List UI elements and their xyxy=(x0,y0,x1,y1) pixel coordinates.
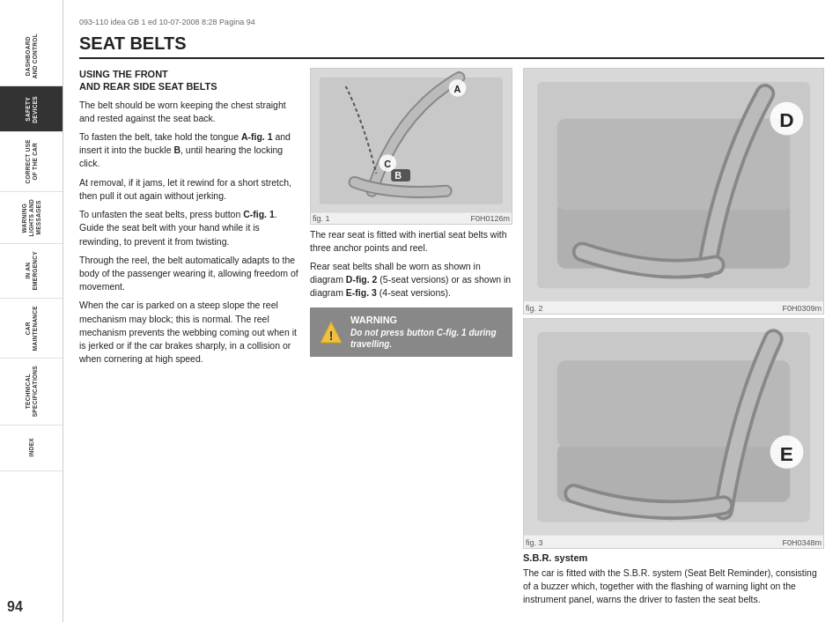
svg-text:D: D xyxy=(779,108,793,131)
sidebar-item-technical[interactable]: TECHNICALSPECIFICATIONS xyxy=(0,359,63,425)
fig3-name: fig. 3 xyxy=(526,538,543,547)
sidebar-label-technical: TECHNICALSPECIFICATIONS xyxy=(25,366,39,417)
sidebar-item-emergency[interactable]: IN ANEMERGENCY xyxy=(0,244,63,299)
warning-text-block: WARNING Do not press button C-fig. 1 dur… xyxy=(350,315,504,350)
sidebar-label-index: INDEX xyxy=(28,438,35,456)
center-paragraph-2: Rear seat belts shall be worn as shown i… xyxy=(310,260,512,300)
figure-3-label: fig. 3 F0H0348m xyxy=(524,537,823,548)
top-bar: 093-110 idea GB 1 ed 10-07-2008 8:28 Pag… xyxy=(79,18,824,26)
paragraph-4: To unfasten the seat belts, press button… xyxy=(79,208,299,248)
sidebar-item-index[interactable]: INDEX xyxy=(0,426,63,471)
center-paragraph-1: The rear seat is fitted with inertial se… xyxy=(310,228,512,255)
sidebar-item-maintenance[interactable]: CARMAINTENANCE xyxy=(0,299,63,359)
paragraph-3: At removal, if it jams, let it rewind fo… xyxy=(79,176,299,203)
figure-1-label: fig. 1 F0H0126m xyxy=(311,213,512,224)
center-column: B A C fig. 1 F0H0126m The rear seat i xyxy=(310,68,512,612)
figure-2-container: D fig. 2 F0H0309m xyxy=(523,68,824,315)
sidebar-item-dashboard[interactable]: DASHBOARDAND CONTROL xyxy=(0,26,63,86)
sidebar-item-correct-use[interactable]: CORRECT USEOF THE CAR xyxy=(0,132,63,192)
sidebar-label-emergency: IN ANEMERGENCY xyxy=(25,251,39,291)
fig2-name: fig. 2 xyxy=(526,304,543,313)
sidebar-label-dashboard: DASHBOARDAND CONTROL xyxy=(25,33,39,78)
figure-1-container: B A C fig. 1 F0H0126m xyxy=(310,68,512,225)
figure-2-label: fig. 2 F0H0309m xyxy=(524,303,823,314)
fig3-code: F0H0348m xyxy=(782,538,822,547)
svg-text:A: A xyxy=(454,84,461,94)
figure-3-svg: E xyxy=(524,319,823,536)
fig1-code: F0H0126m xyxy=(470,214,510,223)
svg-text:C: C xyxy=(384,159,391,169)
page-title: SEAT BELTS xyxy=(79,33,824,59)
fig1-name: fig. 1 xyxy=(313,214,330,223)
content-layout: USING THE FRONTAND REAR SIDE SEAT BELTS … xyxy=(79,68,824,612)
warning-title: WARNING xyxy=(350,315,504,325)
sidebar-label-safety: SAFETYDEVICES xyxy=(25,96,39,123)
sidebar-item-safety[interactable]: SAFETYDEVICES xyxy=(0,86,63,132)
paragraph-6: When the car is parked on a steep slope … xyxy=(79,299,299,366)
main-content: 093-110 idea GB 1 ed 10-07-2008 8:28 Pag… xyxy=(63,0,840,622)
right-column: D fig. 2 F0H0309m xyxy=(523,68,824,612)
svg-text:B: B xyxy=(394,170,402,181)
paragraph-5: Through the reel, the belt automatically… xyxy=(79,254,299,294)
left-column: USING THE FRONTAND REAR SIDE SEAT BELTS … xyxy=(79,68,299,612)
sidebar-label-maintenance: CARMAINTENANCE xyxy=(25,306,39,351)
paragraph-1: The belt should be worn keeping the ches… xyxy=(79,99,299,125)
svg-rect-1 xyxy=(320,78,503,204)
sbr-heading: S.B.R. system xyxy=(523,552,824,563)
sidebar-item-warning[interactable]: WARNINGLIGHTS ANDMESSAGES xyxy=(0,192,63,244)
warning-text: Do not press button C-fig. 1 during trav… xyxy=(350,328,497,349)
svg-text:E: E xyxy=(780,442,793,465)
figure-1-svg: B A C xyxy=(311,69,512,213)
page-number: 94 xyxy=(7,599,23,615)
sbr-text: The car is fitted with the S.B.R. system… xyxy=(523,566,824,607)
figure-3-container: E fig. 3 F0H0348m xyxy=(523,318,824,549)
sidebar-label-correct-use: CORRECT USEOF THE CAR xyxy=(25,139,39,184)
warning-icon: ! xyxy=(319,320,343,344)
paragraph-2: To fasten the belt, take hold the tongue… xyxy=(79,130,299,171)
sidebar-label-warning: WARNINGLIGHTS ANDMESSAGES xyxy=(21,199,41,236)
svg-text:!: ! xyxy=(329,329,334,343)
sidebar: DASHBOARDAND CONTROL SAFETYDEVICES CORRE… xyxy=(0,0,63,622)
warning-box: ! WARNING Do not press button C-fig. 1 d… xyxy=(310,307,512,357)
section-heading: USING THE FRONTAND REAR SIDE SEAT BELTS xyxy=(79,68,299,93)
figure-2-svg: D xyxy=(524,69,823,301)
fig2-code: F0H0309m xyxy=(782,304,822,313)
